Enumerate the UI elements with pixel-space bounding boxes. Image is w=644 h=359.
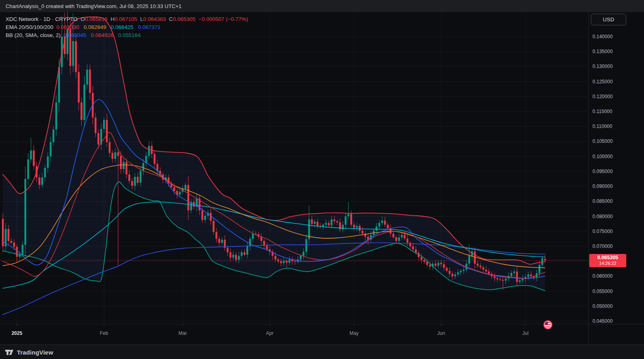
price-axis-label: 0.115000 [592, 109, 612, 114]
price-axis-label: 0.050000 [592, 303, 613, 309]
chart-legend: XDC Network · 1D · CRYPTO O0.065816 H0.0… [6, 15, 248, 39]
legend-symbol-row[interactable]: XDC Network · 1D · CRYPTO O0.065816 H0.0… [6, 15, 248, 23]
legend-segment: 0.064926 [86, 32, 114, 38]
price-axis-label: 0.090000 [592, 184, 613, 189]
legend-segment: −0.000507 (−0.77%) [196, 16, 248, 22]
tradingview-logo-icon[interactable] [5, 349, 14, 355]
legend-segment: 0.067371 [134, 24, 161, 30]
last-price-tag: 0.065305 14:26:22 [589, 254, 626, 267]
legend-bb-row[interactable]: BB (20, SMA, close, 2) 0.060045 0.064926… [6, 31, 248, 39]
candlestick-chart-canvas[interactable] [0, 12, 588, 345]
legend-segment: 0.055164 [114, 32, 141, 38]
price-axis-label: 0.055000 [592, 289, 613, 294]
time-axis-label-2025: 2025 [12, 330, 23, 336]
time-axis-label-apr: Apr [266, 330, 274, 336]
time-axis-label-jul: Jul [522, 330, 528, 336]
price-axis-label: 0.095000 [592, 169, 613, 174]
axis-separator [589, 324, 644, 324]
last-price-value: 0.065305 [589, 255, 626, 261]
time-axis-label-may: May [349, 330, 359, 336]
price-axis-label: 0.105000 [592, 138, 613, 144]
price-axis-label: 0.120000 [592, 94, 613, 99]
legend-segment: 0.064383 [143, 16, 166, 22]
bar-countdown: 14:26:22 [589, 261, 626, 266]
legend-segment: 0.062849 [79, 24, 106, 30]
chart-pane[interactable]: XDC Network · 1D · CRYPTO O0.065816 H0.0… [0, 12, 588, 345]
price-axis-label: 0.140000 [592, 34, 613, 39]
price-axis-label: 0.075000 [592, 229, 613, 234]
legend-segment: C [166, 16, 173, 22]
legend-segment: 0.067105 [114, 16, 137, 22]
tradingview-chart-window: ChartAnalysis_0 created with TradingView… [0, 0, 644, 359]
price-axis-label: 0.045000 [592, 318, 613, 324]
time-axis[interactable]: 2025FebMarAprMayJunJul [0, 324, 588, 345]
price-axis-label: 0.130000 [592, 64, 613, 69]
legend-segment: 0.066425 [106, 24, 134, 30]
legend-segment: O [78, 16, 85, 22]
brand-footer: TradingView [0, 345, 644, 359]
price-axis-label: 0.125000 [592, 79, 613, 85]
legend-segment: 0.065816 [85, 16, 107, 22]
attribution-bar: ChartAnalysis_0 created with TradingView… [0, 0, 644, 12]
price-axis[interactable]: USD 0.065305 14:26:22 0.0450000.0500000.… [588, 12, 644, 345]
brand-name[interactable]: TradingView [17, 349, 53, 356]
legend-segment: XDC Network · 1D · CRYPTO [6, 16, 78, 22]
price-axis-label: 0.070000 [592, 243, 613, 249]
price-axis-label: 0.100000 [592, 154, 613, 159]
time-axis-label-mar: Mar [178, 330, 187, 336]
time-axis-label-feb: Feb [100, 330, 108, 336]
legend-segment: 0.065305 [173, 16, 195, 22]
currency-toggle-button[interactable]: USD [591, 14, 626, 25]
price-axis-label: 0.135000 [592, 49, 613, 54]
attribution-text: ChartAnalysis_0 created with TradingView… [0, 3, 182, 9]
price-axis-label: 0.080000 [592, 214, 613, 219]
price-axis-label: 0.110000 [592, 124, 612, 129]
legend-ema-row[interactable]: EMA 20/50/100/200 0.061330 0.062849 0.06… [6, 23, 248, 31]
time-axis-label-jun: Jun [437, 330, 445, 336]
price-axis-label: 0.085000 [592, 198, 613, 204]
legend-segment: H [107, 16, 114, 22]
legend-segment: L [137, 16, 143, 22]
legend-segment: EMA 20/50/100/200 [6, 24, 54, 30]
legend-segment: 0.060045 [61, 32, 87, 38]
legend-segment: 0.061330 [54, 24, 79, 30]
price-axis-label: 0.060000 [592, 273, 613, 279]
legend-segment: BB (20, SMA, close, 2) [6, 32, 61, 38]
